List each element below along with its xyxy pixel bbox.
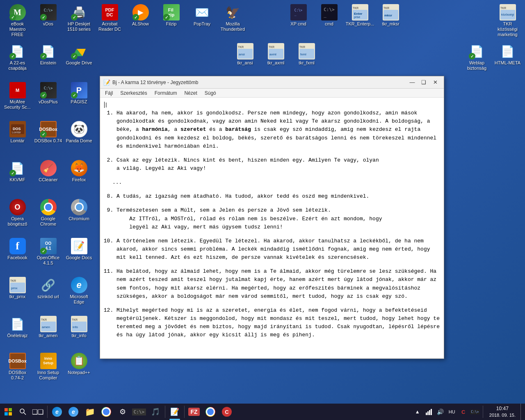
desktop-icon-chromium[interactable]: Chromium — [64, 197, 94, 229]
desktop-icon-hp[interactable]: 🖨️✓ HP Deskjet1510 series — [64, 2, 94, 40]
clock-time: 10:47 — [496, 406, 509, 412]
desktop-icon-dosbox2[interactable]: DOSBox DOSBox0.74-2 — [2, 351, 33, 383]
desktop-icon-mcafee[interactable]: M McAfeeSecurity Sc... — [2, 80, 33, 112]
start-button[interactable] — [0, 404, 16, 420]
desktop-icon-filzip[interactable]: Filzip✓ Filzip — [156, 2, 187, 40]
desktop-icon-chrome[interactable]: GoogleChrome — [33, 197, 64, 229]
desktop-icon-panda[interactable]: 🐼 Panda Dome — [64, 119, 94, 146]
maximize-button[interactable]: ❑ — [418, 78, 429, 87]
desktop-icon-facebook[interactable]: f Facebook — [2, 236, 33, 268]
svg-rect-54 — [431, 409, 432, 415]
minimize-button[interactable]: — — [407, 78, 418, 87]
desktop-icon-firefox[interactable]: 🦊 Firefox — [64, 158, 94, 185]
desktop-icon-html-meta[interactable]: 📄 HTML-META — [492, 41, 523, 73]
desktop-icon-tkr-kozossegi[interactable]: TKR közösségi TKR közösségimarketing — [492, 2, 523, 40]
desktop-icon-poptray[interactable]: ✉️ PopTray — [187, 2, 217, 40]
taskbar-clock[interactable]: 10:47 2018. 09. 15. — [486, 406, 519, 418]
desktop-icon-vdosplus[interactable]: C:\>+✓ vDosPlus — [33, 80, 64, 112]
desktop-icon-tkr-enterprise[interactable]: TKR Enter prise TKR_Enterp... — [345, 2, 375, 29]
desktop-icon-weblap[interactable]: 📄✓ Weblapbiztonság — [461, 41, 492, 73]
menu-formatum[interactable]: Formátum — [151, 89, 180, 97]
svg-text:TKR: TKR — [72, 318, 78, 321]
desktop-icon-opera[interactable]: O Operaböngésző — [2, 197, 33, 229]
desktop-icon-inno[interactable]: InnoSetup Inno SetupCompiler — [33, 351, 64, 383]
item-11: Ha belátod, hogy az álmaid lehet, hogy n… — [116, 267, 440, 301]
desktop-icon-tkr-info[interactable]: TKR info tkr_info — [64, 314, 94, 340]
desktop-icon-kkvmf[interactable]: 📄✓ KKVMF — [2, 158, 33, 185]
show-desktop-button[interactable] — [520, 404, 523, 420]
desktop-icon-ebook[interactable]: M✓ eBookMaestro FREE — [2, 2, 33, 40]
taskbar-ie[interactable]: e — [65, 404, 82, 420]
taskbar-divider-1 — [47, 406, 48, 418]
taskbar-browser2[interactable] — [202, 404, 219, 420]
tray-arrow[interactable]: ▲ — [413, 404, 422, 420]
desktop-icon-tkr-fxml[interactable]: TKR fxml tkr_fxml — [291, 41, 322, 68]
desktop-icon-cmd[interactable]: C:\>_ cmd — [314, 2, 345, 29]
desktop-icon-ms-edge[interactable]: e MicrosoftEdge — [64, 275, 94, 307]
tray-network[interactable] — [424, 404, 434, 420]
clock-date: 2018. 09. 15. — [489, 412, 516, 418]
tray-sound[interactable]: 🔊 — [436, 404, 445, 420]
desktop-icon-alshow[interactable]: ▶✓ ALShow — [125, 2, 156, 40]
desktop-icon-acrobat[interactable]: PDFDC AcrobatReader DC — [94, 2, 125, 40]
content-list: Ha akarod, ha nem, akkor is gondolkodsz.… — [104, 109, 440, 173]
item-8: A tudás, az igazság nem átadható. Ha tud… — [116, 192, 440, 201]
svg-text:Enter: Enter — [354, 12, 362, 16]
notepad-window: 📝 Bj - A karma 12 törvénye - Jegyzettömb… — [100, 76, 444, 359]
desktop-icon-szkinkod[interactable]: 🔗 szinkód url — [33, 275, 64, 307]
desktop-icon-tkr-axml[interactable]: TKR axml tkr_axml — [260, 41, 291, 68]
desktop-icon-notepadpp[interactable]: 📋 Notepad++ — [64, 351, 94, 383]
menu-nezet[interactable]: Nézet — [181, 89, 200, 97]
desktop-icon-tkr-ansi[interactable]: TKR ansi tkr_ansi — [230, 41, 260, 68]
taskbar-folder[interactable]: 📁 — [82, 404, 98, 420]
content-list-2: A tudás, az igazság nem átadható. Ha tud… — [104, 192, 440, 339]
desktop-icon-thunderbird[interactable]: 🦅 MozillaThunderbird — [217, 2, 248, 40]
taskbar-taskview[interactable]: ❑❑ — [30, 404, 46, 420]
taskbar-search-button[interactable] — [16, 404, 30, 420]
desktop-icon-oneletrajz[interactable]: 📄 Önéletrajz — [2, 314, 33, 340]
desktop-icon-einstein[interactable]: 📄✓ Einstein — [33, 41, 64, 73]
svg-text:TKR: TKR — [10, 279, 16, 282]
taskbar-settings[interactable]: ⚙ — [114, 404, 131, 420]
desktop-icon-tkr-prnx[interactable]: TKR prnx tkr_prnx — [2, 275, 33, 307]
window-titlebar[interactable]: 📝 Bj - A karma 12 törvénye - Jegyzettömb… — [100, 76, 444, 89]
svg-rect-48 — [9, 412, 12, 415]
close-button[interactable]: ✕ — [430, 78, 441, 87]
svg-text:prise: prise — [354, 16, 360, 19]
svg-text:axml: axml — [269, 52, 276, 56]
taskbar-notepad[interactable]: 📝 — [167, 404, 183, 420]
tray-ccleaner[interactable]: C — [459, 404, 468, 420]
svg-text:TKR: TKR — [353, 7, 358, 9]
taskbar-edge[interactable]: e — [49, 404, 65, 420]
notepad-icon: 📝 — [103, 79, 110, 86]
tray-vdos[interactable]: C:\> — [470, 404, 480, 420]
desktop-icon-openoffice[interactable]: OO4.1✓ OpenOffice4.1.5 — [33, 236, 64, 268]
menu-szerkesztes[interactable]: Szerkesztés — [117, 89, 150, 97]
menu-fajl[interactable]: Fájl — [102, 89, 116, 97]
desktop-icon-vdos[interactable]: C:\>_✓ vDos — [33, 2, 64, 40]
taskbar-media[interactable]: 🎵 — [147, 404, 164, 420]
taskbar-terminal[interactable]: C:\> — [131, 404, 147, 420]
taskbar-filezilla[interactable]: FZ — [186, 404, 202, 420]
desktop-icon-pagisz[interactable]: P✓ PÁGISZ — [64, 80, 94, 112]
desktop-icon-ccleaner[interactable]: 🧹 CCleaner — [33, 158, 64, 185]
window-controls: — ❑ ✕ — [407, 78, 441, 87]
desktop-icon-tkr-amen[interactable]: TKR amen tkr_amen — [33, 314, 64, 340]
svg-line-50 — [24, 413, 26, 415]
taskbar-divider-3 — [184, 406, 185, 418]
desktop-icon-xpcmd[interactable]: C:\>_ XP cmd — [283, 2, 314, 29]
menu-sugo[interactable]: Súgó — [201, 89, 219, 97]
taskbar-cc[interactable]: C — [219, 404, 235, 420]
notepad-content[interactable]: | Ha akarod, ha nem, akkor is gondolkods… — [100, 98, 444, 358]
svg-text:Lomtár: Lomtár — [12, 131, 21, 134]
desktop-icon-google-docs[interactable]: 📝 Google Docs — [64, 236, 94, 268]
desktop-icon-tkr-mksr[interactable]: TKR mksr tkr_mksr — [375, 2, 406, 29]
desktop-icon-google-drive[interactable]: ✓ Google Drive — [64, 41, 94, 73]
desktop-icon-lomtar[interactable]: DOS Lomtár Lomtár — [2, 119, 33, 146]
tray-language[interactable]: HU — [447, 404, 457, 420]
desktop: M✓ eBookMaestro FREE C:\>_✓ vDos 🖨️✓ HP … — [0, 0, 525, 420]
desktop-icon-a22[interactable]: 📄✓ A 22-escsapdája — [2, 41, 33, 73]
taskbar-chrome[interactable] — [98, 404, 114, 420]
desktop-icon-dosbox[interactable]: DOSBox✓ DOSBox 0.74 — [33, 119, 64, 146]
svg-rect-53 — [429, 410, 430, 415]
